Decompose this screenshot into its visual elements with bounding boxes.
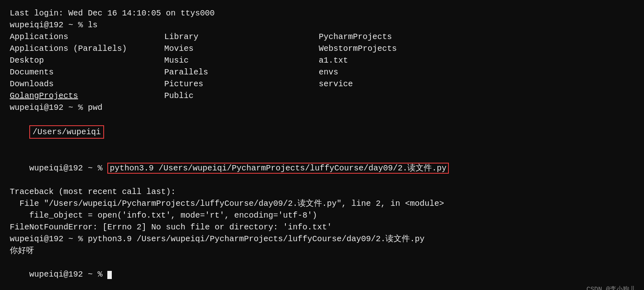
ls-col2: Library Movies Music Parallels Pictures … [164,31,319,102]
ls-item-golang[interactable]: GolangProjects [10,90,164,102]
ls-item: Music [164,55,319,66]
traceback-file: File "/Users/wupeiqi/PycharmProjects/luf… [10,198,634,209]
traceback-code: file_object = open('info.txt', mode='rt'… [10,209,634,221]
python-command-line2: wupeiqi@192 ~ % python3.9 /Users/wupeiqi… [10,233,634,245]
ls-item: PycharmProjects [319,31,634,43]
ls-output: Applications Applications (Parallels) De… [10,31,634,102]
pwd-highlighted: /Users/wupeiqi [29,125,104,139]
ls-item: Applications [10,31,164,43]
ls-item: Downloads [10,78,164,90]
prompt-text: wupeiqi@192 ~ % [29,270,107,279]
traceback-header: Traceback (most recent call last): [10,186,634,198]
final-prompt: wupeiqi@192 ~ % [10,257,634,290]
python-command-line1: wupeiqi@192 ~ % python3.9 /Users/wupeiqi… [10,150,634,186]
ls-item: Parallels [164,66,319,78]
ls-item: Documents [10,66,164,78]
watermark: CSDN @李小狗儿 [586,285,636,290]
ls-item: Public [164,90,319,102]
ls-item: Desktop [10,55,164,66]
pwd-output-line: /Users/wupeiqi [10,113,634,150]
ls-item: Movies [164,43,319,55]
last-login-line: Last login: Wed Dec 16 14:10:05 on ttys0… [10,7,634,19]
ls-item: envs [319,66,634,78]
ls-item: WebstormProjects [319,43,634,55]
ls-item-service: service [319,78,634,90]
prompt-prefix: wupeiqi@192 ~ % [29,164,107,173]
terminal-window: Last login: Wed Dec 16 14:10:05 on ttys0… [10,7,634,290]
ls-prompt-line: wupeiqi@192 ~ % ls [10,19,634,31]
traceback-error: FileNotFoundError: [Errno 2] No such fil… [10,221,634,233]
cursor [107,271,112,279]
ls-item: Pictures [164,78,319,90]
ls-col3: PycharmProjects WebstormProjects a1.txt … [319,31,634,102]
python-command-highlighted: python3.9 /Users/wupeiqi/PycharmProjects… [107,163,449,174]
ls-col1: Applications Applications (Parallels) De… [10,31,164,102]
pwd-prompt-line: wupeiqi@192 ~ % pwd [10,102,634,113]
output-line: 你好呀 [10,245,634,257]
ls-item: Applications (Parallels) [10,43,164,55]
ls-item: Library [164,31,319,43]
ls-item: a1.txt [319,55,634,66]
